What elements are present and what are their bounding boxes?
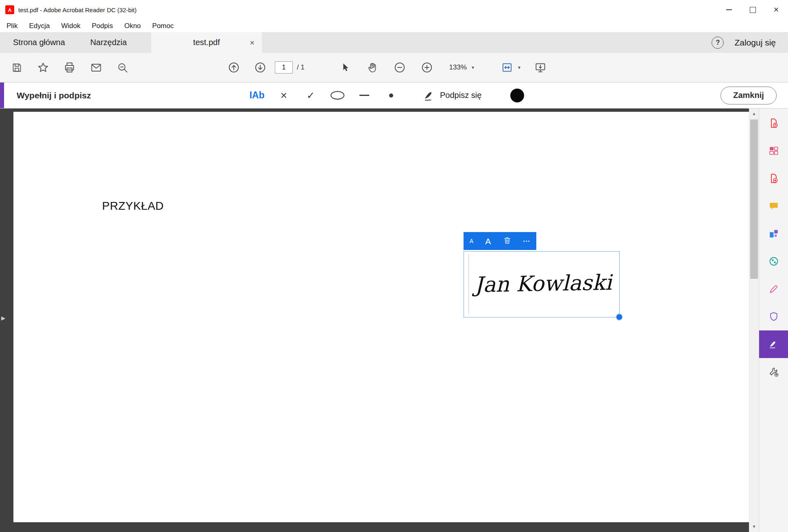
create-pdf-button[interactable]: [759, 165, 788, 192]
menu-widok[interactable]: Widok: [61, 22, 80, 30]
color-swatch-button[interactable]: [510, 89, 524, 102]
fill-sign-icon: [768, 339, 779, 350]
more-options-button[interactable]: •••: [523, 239, 531, 243]
resize-handle[interactable]: [616, 313, 623, 321]
more-tools-icon: [768, 367, 779, 377]
signature-guide-line: [468, 254, 469, 315]
email-icon: [90, 62, 102, 74]
fill-sign-tool-button[interactable]: [759, 330, 788, 358]
dot-tool-button[interactable]: [383, 87, 399, 104]
decrease-font-button[interactable]: A: [470, 238, 473, 244]
tools-tab[interactable]: Narzędzia: [83, 32, 134, 53]
document-tab-label: test.pdf: [193, 38, 220, 47]
compress-pdf-button[interactable]: [759, 248, 788, 275]
maximize-button[interactable]: [741, 0, 764, 20]
tools-sidebar: [759, 109, 788, 532]
menu-bar: Plik Edycja Widok Podpis Okno Pomoc: [0, 20, 788, 32]
sign-yourself-label: Podpisz się: [440, 91, 481, 100]
edit-pdf-icon: [768, 284, 779, 294]
export-pdf-icon: [768, 118, 779, 128]
zoom-level-value: 133%: [446, 63, 467, 72]
organize-pages-button[interactable]: [759, 137, 788, 165]
protect-shield-icon: [768, 311, 779, 322]
hand-tool-button[interactable]: [364, 59, 381, 76]
scroll-up-icon[interactable]: ▲: [749, 112, 759, 116]
star-button[interactable]: [35, 59, 51, 76]
combine-files-button[interactable]: [759, 220, 788, 248]
minimize-button[interactable]: [717, 0, 741, 20]
zoom-out-button[interactable]: [392, 59, 408, 76]
minimize-icon: [726, 9, 732, 10]
check-mark-icon: ✓: [307, 91, 315, 100]
title-bar-left: test.pdf - Adobe Acrobat Reader DC (32-b…: [0, 5, 137, 14]
next-page-button[interactable]: [252, 59, 268, 76]
comment-icon: [768, 201, 779, 211]
acrobat-window: test.pdf - Adobe Acrobat Reader DC (32-b…: [0, 0, 788, 532]
save-icon: [11, 62, 22, 73]
check-mark-tool-button[interactable]: ✓: [303, 87, 319, 104]
menu-okno[interactable]: Okno: [124, 22, 141, 30]
view-tools-group: [337, 59, 435, 76]
x-mark-icon: ×: [281, 90, 287, 101]
help-icon[interactable]: ?: [712, 37, 724, 49]
document-tab[interactable]: test.pdf ×: [151, 32, 262, 53]
reading-mode-icon: [534, 61, 546, 74]
print-button[interactable]: [61, 59, 78, 76]
page-up-icon: [228, 61, 240, 74]
select-tool-button[interactable]: [337, 59, 353, 76]
signature-text: Jan Kowlaski: [475, 270, 612, 297]
zoom-in-icon: [421, 61, 433, 74]
menu-podpis[interactable]: Podpis: [92, 22, 113, 30]
window-controls: ×: [717, 0, 788, 20]
increase-font-button[interactable]: A: [485, 237, 491, 245]
pdf-page: PRZYKŁAD A A ••• Jan Kowlaski: [13, 112, 749, 522]
delete-signature-button[interactable]: [503, 236, 512, 246]
panel-toggle-icon[interactable]: ▸: [1, 314, 5, 322]
maximize-icon: [750, 7, 756, 13]
menu-edycja[interactable]: Edycja: [29, 22, 50, 30]
close-button[interactable]: ×: [764, 0, 788, 20]
menu-pomoc[interactable]: Pomoc: [152, 22, 174, 30]
scrollbar-thumb[interactable]: [750, 119, 758, 279]
signature-mini-toolbar: A A •••: [464, 232, 536, 250]
close-fill-sign-button[interactable]: Zamknij: [721, 87, 777, 104]
hand-icon: [367, 62, 378, 73]
line-tool-button[interactable]: [356, 87, 372, 104]
add-text-tool-button[interactable]: IAb: [249, 87, 265, 104]
search-button[interactable]: [114, 59, 131, 76]
sign-yourself-button[interactable]: Podpisz się: [423, 89, 481, 102]
save-button[interactable]: [9, 59, 25, 76]
email-button[interactable]: [88, 59, 104, 76]
signature-field[interactable]: Jan Kowlaski: [464, 251, 620, 317]
page-number-input[interactable]: [275, 61, 293, 74]
page-down-icon: [254, 61, 266, 74]
protect-pdf-button[interactable]: [759, 303, 788, 330]
text-tool-icon: IAb: [249, 90, 264, 101]
page-fit-dropdown[interactable]: ▾: [501, 61, 520, 74]
zoom-level-dropdown[interactable]: 133% ▾: [446, 63, 474, 72]
x-mark-tool-button[interactable]: ×: [276, 87, 292, 104]
window-title: test.pdf - Adobe Acrobat Reader DC (32-b…: [18, 7, 137, 13]
document-heading: PRZYKŁAD: [102, 200, 164, 213]
comment-button[interactable]: [759, 192, 788, 220]
main-toolbar: / 1 133% ▾ ▾: [0, 53, 788, 83]
tab-close-icon[interactable]: ×: [250, 39, 255, 47]
page-count-label: / 1: [297, 63, 305, 72]
scroll-down-icon[interactable]: ▼: [749, 525, 759, 529]
zoom-in-button[interactable]: [419, 59, 435, 76]
edit-pdf-button[interactable]: [759, 275, 788, 303]
search-icon: [117, 62, 128, 74]
sign-in-button[interactable]: Zaloguj się: [724, 32, 788, 53]
menu-plik[interactable]: Plik: [7, 22, 17, 30]
reading-mode-button[interactable]: [534, 61, 546, 74]
home-tab[interactable]: Strona główna: [6, 32, 72, 53]
document-workspace: ▸ PRZYKŁAD A A ••• Jan Kowlaski ▲ ▼: [0, 109, 788, 532]
star-icon: [37, 61, 49, 74]
export-pdf-button[interactable]: [759, 109, 788, 137]
previous-page-button[interactable]: [226, 59, 242, 76]
vertical-scrollbar[interactable]: ▲ ▼: [749, 109, 759, 532]
more-tools-button[interactable]: [759, 358, 788, 386]
oval-icon: [331, 91, 344, 100]
fill-sign-bar: Wypełnij i podpisz IAb × ✓ Podpisz się Z…: [0, 83, 788, 109]
oval-tool-button[interactable]: [329, 87, 346, 104]
